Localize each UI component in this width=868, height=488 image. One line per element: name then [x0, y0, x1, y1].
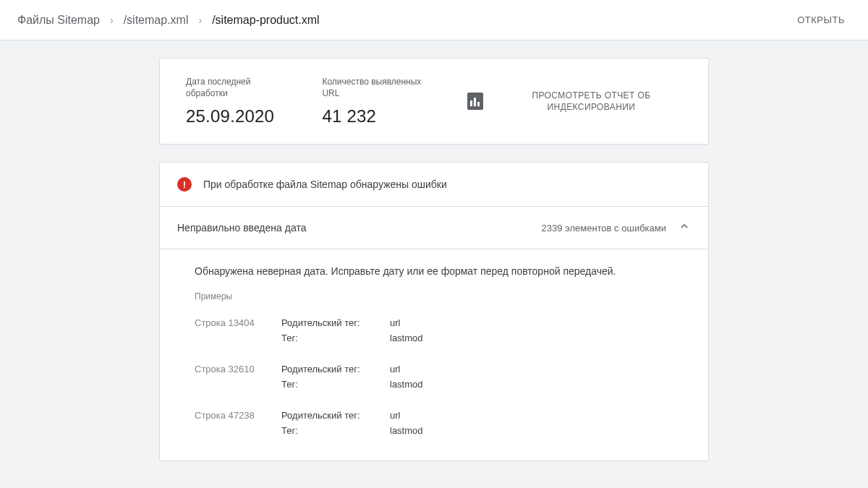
- error-accordion-header[interactable]: Неправильно введена дата 2339 элементов …: [160, 207, 708, 249]
- breadcrumb-root[interactable]: Файлы Sitemap: [17, 14, 100, 27]
- breadcrumb: Файлы Sitemap › /sitemap.xml › /sitemap-…: [17, 14, 791, 27]
- tag-value: lastmod: [390, 333, 423, 343]
- example-row: Строка 47238Родительский тег:urlТег:last…: [195, 410, 673, 440]
- example-kv: Родительский тег:urlТег:lastmod: [281, 410, 423, 440]
- parent-tag-label: Родительский тег:: [281, 317, 390, 328]
- bar-chart-icon: [467, 93, 483, 110]
- parent-tag-value: url: [390, 317, 400, 328]
- error-header: ! При обработке файла Sitemap обнаружены…: [160, 163, 708, 207]
- chevron-up-icon: [678, 220, 691, 236]
- page-body: Дата последней обработки 25.09.2020 Коли…: [0, 40, 868, 488]
- report-link-area: ПРОСМОТРЕТЬ ОТЧЕТ ОБ ИНДЕКСИРОВАНИИ: [467, 90, 682, 113]
- example-line: Строка 13404: [195, 317, 281, 348]
- example-kv: Родительский тег:urlТег:lastmod: [281, 317, 423, 348]
- error-title: При обработке файла Sitemap обнаружены о…: [203, 179, 447, 190]
- top-bar: Файлы Sitemap › /sitemap.xml › /sitemap-…: [0, 0, 868, 40]
- stat-last-processed: Дата последней обработки 25.09.2020: [186, 76, 281, 127]
- accordion-label: Неправильно введена дата: [177, 222, 542, 234]
- tag-label: Тег:: [281, 333, 390, 343]
- parent-tag-value: url: [390, 364, 400, 374]
- error-description: Обнаружена неверная дата. Исправьте дату…: [195, 265, 673, 277]
- tag-value: lastmod: [390, 425, 423, 436]
- stat-value: 41 232: [322, 106, 427, 127]
- examples-label: Примеры: [195, 291, 673, 301]
- error-icon: !: [177, 177, 192, 192]
- breadcrumb-middle[interactable]: /sitemap.xml: [124, 14, 189, 27]
- stat-url-count: Количество выявленных URL 41 232: [322, 76, 427, 127]
- example-kv: Родительский тег:urlТег:lastmod: [281, 364, 423, 394]
- tag-value: lastmod: [390, 379, 423, 390]
- example-row: Строка 13404Родительский тег:urlТег:last…: [195, 317, 673, 348]
- error-body: Обнаружена неверная дата. Исправьте дату…: [160, 249, 708, 461]
- example-line: Строка 32610: [195, 364, 281, 394]
- chevron-right-icon: ›: [110, 14, 114, 26]
- breadcrumb-current: /sitemap-product.xml: [212, 14, 320, 27]
- tag-label: Тег:: [281, 425, 390, 436]
- stat-label: Количество выявленных URL: [322, 76, 427, 99]
- open-button[interactable]: ОТКРЫТЬ: [791, 10, 851, 30]
- stats-card: Дата последней обработки 25.09.2020 Коли…: [159, 58, 709, 145]
- stat-label: Дата последней обработки: [186, 76, 281, 99]
- accordion-count: 2339 элементов с ошибками: [542, 223, 666, 234]
- tag-label: Тег:: [281, 379, 390, 390]
- parent-tag-label: Родительский тег:: [281, 364, 390, 374]
- stat-value: 25.09.2020: [186, 106, 281, 127]
- parent-tag-label: Родительский тег:: [281, 410, 390, 421]
- parent-tag-value: url: [390, 410, 400, 421]
- example-line: Строка 47238: [195, 410, 281, 440]
- chevron-right-icon: ›: [198, 14, 202, 26]
- example-row: Строка 32610Родительский тег:urlТег:last…: [195, 364, 673, 394]
- view-indexing-report-link[interactable]: ПРОСМОТРЕТЬ ОТЧЕТ ОБ ИНДЕКСИРОВАНИИ: [501, 90, 682, 113]
- errors-card: ! При обработке файла Sitemap обнаружены…: [159, 162, 709, 461]
